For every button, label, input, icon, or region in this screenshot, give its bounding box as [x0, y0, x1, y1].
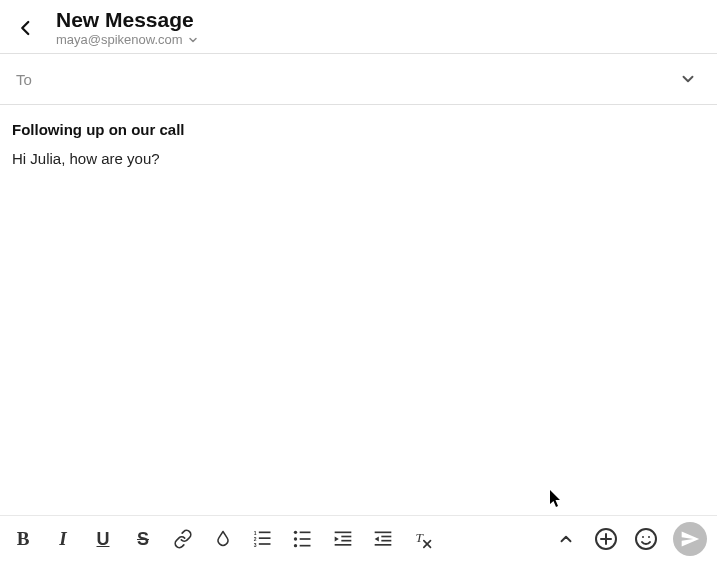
underline-button[interactable]: U — [90, 526, 116, 552]
to-label: To — [16, 71, 32, 88]
chevron-up-icon — [557, 530, 575, 548]
svg-marker-13 — [335, 537, 339, 542]
chevron-down-icon — [679, 70, 697, 88]
to-expand-button[interactable] — [675, 66, 701, 92]
svg-rect-15 — [341, 540, 351, 542]
svg-rect-14 — [341, 536, 351, 538]
italic-icon: I — [59, 528, 66, 550]
droplet-icon — [214, 530, 232, 548]
paper-plane-icon — [680, 529, 700, 549]
svg-rect-19 — [381, 536, 391, 538]
svg-rect-17 — [375, 532, 392, 534]
svg-rect-9 — [300, 538, 311, 540]
smiley-icon — [634, 527, 658, 551]
body-input[interactable] — [12, 148, 705, 488]
svg-rect-5 — [259, 543, 271, 545]
add-attachment-button[interactable] — [593, 526, 619, 552]
indent-icon — [333, 529, 353, 549]
collapse-toolbar-button[interactable] — [553, 526, 579, 552]
from-account[interactable]: maya@spikenow.com — [56, 32, 199, 47]
back-icon — [17, 19, 35, 37]
link-button[interactable] — [170, 526, 196, 552]
emoji-button[interactable] — [633, 526, 659, 552]
svg-text:3: 3 — [254, 542, 257, 548]
svg-text:T: T — [416, 530, 425, 545]
clear-format-button[interactable]: T — [410, 526, 436, 552]
svg-rect-16 — [335, 544, 352, 546]
underline-icon: U — [97, 529, 110, 550]
back-button[interactable] — [12, 14, 40, 42]
to-field-row: To — [0, 54, 717, 105]
svg-point-29 — [642, 536, 644, 538]
link-icon — [173, 529, 193, 549]
svg-rect-12 — [335, 532, 352, 534]
from-email: maya@spikenow.com — [56, 32, 183, 47]
compose-area — [0, 105, 717, 508]
svg-rect-1 — [259, 532, 271, 534]
strikethrough-button[interactable]: S — [130, 526, 156, 552]
svg-point-8 — [294, 537, 297, 540]
to-input[interactable] — [44, 71, 675, 88]
outdent-icon — [373, 529, 393, 549]
header-text: New Message maya@spikenow.com — [56, 8, 199, 47]
toolbar-right-group — [553, 522, 707, 556]
svg-marker-18 — [375, 537, 379, 542]
subject-input[interactable] — [12, 121, 705, 138]
svg-rect-11 — [300, 545, 311, 547]
formatting-toolbar: B I U S 123 T — [0, 515, 717, 562]
bold-icon: B — [17, 528, 30, 550]
plus-circle-icon — [594, 527, 618, 551]
svg-rect-21 — [375, 544, 392, 546]
svg-point-10 — [294, 544, 297, 547]
svg-rect-7 — [300, 532, 311, 534]
svg-rect-20 — [381, 540, 391, 542]
compose-header: New Message maya@spikenow.com — [0, 0, 717, 54]
outdent-button[interactable] — [370, 526, 396, 552]
indent-button[interactable] — [330, 526, 356, 552]
svg-point-28 — [636, 529, 656, 549]
unordered-list-button[interactable] — [290, 526, 316, 552]
from-dropdown-icon — [187, 34, 199, 46]
strikethrough-icon: S — [137, 529, 149, 550]
send-button[interactable] — [673, 522, 707, 556]
ordered-list-icon: 123 — [253, 529, 273, 549]
page-title: New Message — [56, 8, 199, 31]
italic-button[interactable]: I — [50, 526, 76, 552]
ordered-list-button[interactable]: 123 — [250, 526, 276, 552]
bold-button[interactable]: B — [10, 526, 36, 552]
color-button[interactable] — [210, 526, 236, 552]
clear-format-icon: T — [413, 529, 433, 549]
svg-point-30 — [648, 536, 650, 538]
format-group: B I U S 123 T — [10, 526, 436, 552]
unordered-list-icon — [293, 529, 313, 549]
svg-point-6 — [294, 531, 297, 534]
svg-rect-3 — [259, 537, 271, 539]
